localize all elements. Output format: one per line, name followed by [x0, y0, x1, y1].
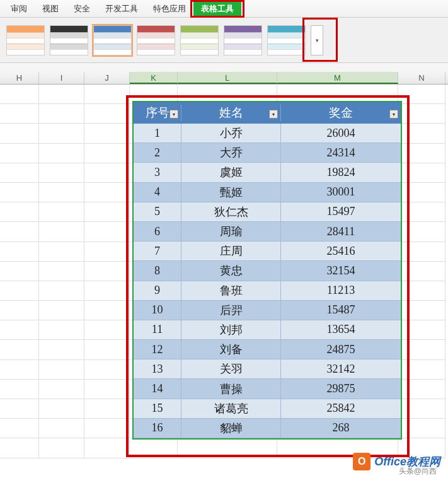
- grid-cell[interactable]: [84, 85, 130, 104]
- grid-cell[interactable]: [398, 163, 445, 183]
- cell-seq[interactable]: 12: [134, 340, 181, 359]
- table-row[interactable]: 6周瑜28411: [134, 222, 401, 242]
- grid-cell[interactable]: [398, 281, 445, 301]
- cell-name[interactable]: 庄周: [181, 242, 281, 261]
- grid-cell[interactable]: [0, 399, 39, 419]
- cell-bonus[interactable]: 32154: [281, 261, 401, 281]
- cell-bonus[interactable]: 15487: [281, 301, 401, 320]
- cell-seq[interactable]: 16: [134, 419, 181, 438]
- grid-cell[interactable]: [39, 104, 84, 124]
- cell-seq[interactable]: 3: [134, 163, 181, 182]
- table-row[interactable]: 3虞姬19824: [134, 163, 401, 182]
- grid-cell[interactable]: [84, 163, 130, 183]
- cell-seq[interactable]: 7: [134, 242, 181, 261]
- grid-cell[interactable]: [39, 222, 84, 242]
- cell-name[interactable]: 关羽: [181, 359, 281, 379]
- grid-cell[interactable]: [84, 380, 130, 399]
- grid-cell[interactable]: [398, 222, 445, 242]
- cell-name[interactable]: 貂蝉: [181, 419, 281, 438]
- grid-cell[interactable]: [0, 124, 39, 143]
- grid-cell[interactable]: [0, 320, 39, 340]
- filter-bonus-icon[interactable]: ▾: [389, 110, 398, 119]
- col-header-j[interactable]: J: [84, 72, 130, 84]
- grid-cell[interactable]: [84, 399, 130, 419]
- cell-name[interactable]: 周瑜: [181, 222, 281, 242]
- table-style-blue[interactable]: [93, 25, 132, 55]
- grid-cell[interactable]: [0, 340, 39, 359]
- grid-cell[interactable]: [39, 183, 84, 202]
- grid-cell[interactable]: [39, 438, 84, 458]
- grid-cell[interactable]: [398, 262, 445, 281]
- cell-name[interactable]: 曹操: [181, 379, 281, 399]
- cell-seq[interactable]: 9: [134, 281, 181, 301]
- cell-bonus[interactable]: 25416: [281, 242, 401, 261]
- col-header-i[interactable]: I: [39, 72, 84, 84]
- grid-cell[interactable]: [39, 340, 84, 359]
- grid-cell[interactable]: [398, 320, 445, 340]
- grid-cell[interactable]: [398, 399, 445, 419]
- cell-bonus[interactable]: 29875: [281, 379, 401, 399]
- cell-seq[interactable]: 6: [134, 222, 181, 242]
- cell-bonus[interactable]: 15497: [281, 202, 401, 222]
- grid-cell[interactable]: [84, 262, 130, 281]
- cell-name[interactable]: 狄仁杰: [181, 202, 281, 222]
- col-header-m[interactable]: M: [277, 72, 398, 84]
- col-header-k[interactable]: K: [130, 72, 178, 84]
- col-header-h[interactable]: H: [0, 72, 39, 84]
- grid-cell[interactable]: [84, 301, 130, 320]
- cell-bonus[interactable]: 28411: [281, 222, 401, 242]
- menu-view[interactable]: 视图: [35, 1, 66, 17]
- cell-bonus[interactable]: 268: [281, 419, 401, 438]
- grid-cell[interactable]: [130, 438, 178, 458]
- cell-name[interactable]: 虞姬: [181, 163, 281, 182]
- grid-cell[interactable]: [0, 163, 39, 183]
- menu-special[interactable]: 特色应用: [146, 1, 193, 17]
- cell-bonus[interactable]: 26004: [281, 124, 401, 143]
- table-row[interactable]: 2大乔24314: [134, 143, 401, 163]
- grid-cell[interactable]: [84, 281, 130, 301]
- menu-review[interactable]: 审阅: [3, 1, 35, 17]
- style-more-button[interactable]: ▾: [311, 25, 323, 55]
- table-row[interactable]: 16貂蝉268: [134, 419, 401, 438]
- grid-cell[interactable]: [84, 320, 130, 340]
- grid-cell[interactable]: [398, 202, 445, 222]
- cell-seq[interactable]: 15: [134, 399, 181, 419]
- table-style-teal[interactable]: [267, 25, 306, 55]
- table-style-red[interactable]: [137, 25, 175, 55]
- grid-cell[interactable]: [84, 104, 130, 124]
- cell-name[interactable]: 后羿: [181, 301, 281, 320]
- filter-name-icon[interactable]: ▾: [269, 110, 278, 119]
- cell-name[interactable]: 刘邦: [181, 320, 281, 340]
- cell-seq[interactable]: 10: [134, 301, 181, 320]
- table-row[interactable]: 15诸葛亮25842: [134, 399, 401, 419]
- grid-cell[interactable]: [84, 222, 130, 242]
- grid-cell[interactable]: [84, 360, 130, 380]
- table-row[interactable]: 13关羽32142: [134, 359, 401, 379]
- cell-bonus[interactable]: 32142: [281, 359, 401, 379]
- menu-tabletools[interactable]: 表格工具: [193, 1, 241, 17]
- table-row[interactable]: 7庄周25416: [134, 242, 401, 261]
- table-row[interactable]: 4甄姬30001: [134, 183, 401, 202]
- cell-bonus[interactable]: 11213: [281, 281, 401, 301]
- grid-cell[interactable]: [39, 202, 84, 222]
- grid-cell[interactable]: [398, 85, 445, 104]
- grid-cell[interactable]: [0, 438, 39, 458]
- grid-cell[interactable]: [39, 360, 84, 380]
- cell-seq[interactable]: 13: [134, 359, 181, 379]
- cell-name[interactable]: 刘备: [181, 340, 281, 359]
- grid-cell[interactable]: [84, 124, 130, 143]
- cell-bonus[interactable]: 19824: [281, 163, 401, 182]
- grid-cell[interactable]: [84, 202, 130, 222]
- grid-cell[interactable]: [398, 380, 445, 399]
- cell-seq[interactable]: 2: [134, 143, 181, 163]
- grid-cell[interactable]: [39, 301, 84, 320]
- cell-name[interactable]: 大乔: [181, 143, 281, 163]
- grid-cell[interactable]: [398, 242, 445, 262]
- grid-cell[interactable]: [398, 419, 445, 438]
- grid-body[interactable]: 序号 ▾ 姓名 ▾ 奖金 ▾ 1小乔260042大乔243143虞姬198244…: [0, 85, 448, 475]
- grid-cell[interactable]: [0, 202, 39, 222]
- cell-bonus[interactable]: 30001: [281, 183, 401, 202]
- cell-bonus[interactable]: 25842: [281, 399, 401, 419]
- grid-cell[interactable]: [398, 360, 445, 380]
- cell-seq[interactable]: 8: [134, 261, 181, 281]
